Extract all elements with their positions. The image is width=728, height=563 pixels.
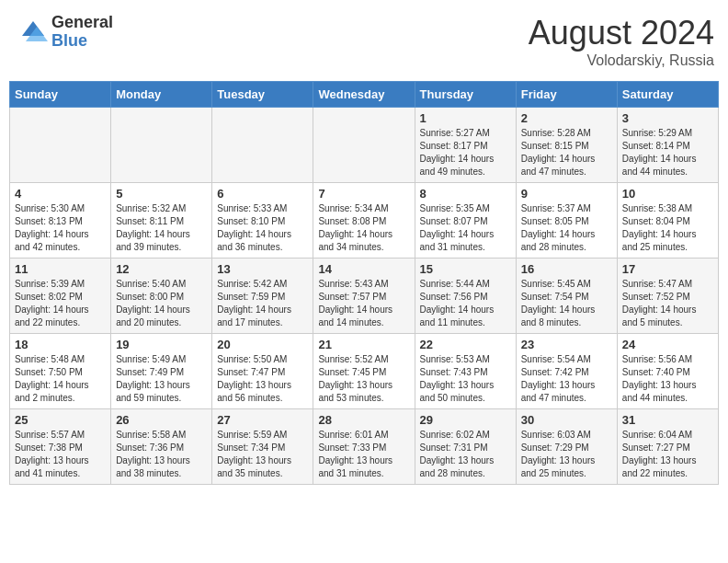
day-number: 7: [318, 187, 409, 201]
day-header-tuesday: Tuesday: [212, 82, 313, 108]
day-info: Sunrise: 5:58 AM Sunset: 7:36 PM Dayligh…: [116, 429, 207, 480]
day-info: Sunrise: 5:40 AM Sunset: 8:00 PM Dayligh…: [116, 278, 207, 329]
calendar-cell: 6Sunrise: 5:33 AM Sunset: 8:10 PM Daylig…: [212, 183, 313, 259]
day-number: 31: [622, 413, 713, 427]
day-number: 25: [15, 413, 106, 427]
calendar-cell: 22Sunrise: 5:53 AM Sunset: 7:43 PM Dayli…: [415, 334, 516, 409]
day-info: Sunrise: 5:34 AM Sunset: 8:08 PM Dayligh…: [318, 202, 409, 254]
day-info: Sunrise: 5:27 AM Sunset: 8:17 PM Dayligh…: [420, 127, 511, 178]
calendar-cell: 21Sunrise: 5:52 AM Sunset: 7:45 PM Dayli…: [313, 334, 415, 409]
day-number: 18: [15, 338, 106, 351]
calendar-cell: 27Sunrise: 5:59 AM Sunset: 7:34 PM Dayli…: [212, 409, 313, 485]
day-number: 12: [116, 262, 207, 276]
calendar-cell: [10, 108, 111, 183]
calendar-cell: 18Sunrise: 5:48 AM Sunset: 7:50 PM Dayli…: [10, 334, 111, 409]
calendar-cell: 13Sunrise: 5:42 AM Sunset: 7:59 PM Dayli…: [212, 259, 313, 334]
calendar-cell: 14Sunrise: 5:43 AM Sunset: 7:57 PM Dayli…: [313, 259, 415, 334]
calendar-cell: 4Sunrise: 5:30 AM Sunset: 8:13 PM Daylig…: [10, 183, 111, 259]
calendar-cell: 2Sunrise: 5:28 AM Sunset: 8:15 PM Daylig…: [516, 108, 617, 183]
calendar-cell: 28Sunrise: 6:01 AM Sunset: 7:33 PM Dayli…: [313, 409, 415, 485]
calendar-table: SundayMondayTuesdayWednesdayThursdayFrid…: [9, 81, 719, 485]
logo-general-text: General: [51, 14, 113, 32]
day-info: Sunrise: 5:37 AM Sunset: 8:05 PM Dayligh…: [521, 202, 612, 254]
day-info: Sunrise: 5:29 AM Sunset: 8:14 PM Dayligh…: [622, 127, 713, 178]
calendar-cell: 31Sunrise: 6:04 AM Sunset: 7:27 PM Dayli…: [617, 409, 718, 485]
calendar-cell: 25Sunrise: 5:57 AM Sunset: 7:38 PM Dayli…: [10, 409, 111, 485]
day-info: Sunrise: 5:49 AM Sunset: 7:49 PM Dayligh…: [116, 353, 207, 405]
calendar-cell: 17Sunrise: 5:47 AM Sunset: 7:52 PM Dayli…: [617, 259, 718, 334]
day-number: 6: [217, 187, 308, 201]
logo-icon: [18, 17, 48, 47]
calendar-cell: 11Sunrise: 5:39 AM Sunset: 8:02 PM Dayli…: [10, 259, 111, 334]
day-header-thursday: Thursday: [415, 82, 516, 108]
day-number: 16: [521, 262, 612, 276]
calendar-cell: [212, 108, 313, 183]
day-info: Sunrise: 5:28 AM Sunset: 8:15 PM Dayligh…: [521, 127, 612, 178]
day-number: 21: [318, 338, 409, 351]
day-number: 11: [15, 262, 106, 276]
calendar-cell: 19Sunrise: 5:49 AM Sunset: 7:49 PM Dayli…: [111, 334, 212, 409]
day-info: Sunrise: 6:04 AM Sunset: 7:27 PM Dayligh…: [622, 429, 713, 480]
day-number: 22: [420, 338, 511, 351]
calendar-cell: 16Sunrise: 5:45 AM Sunset: 7:54 PM Dayli…: [516, 259, 617, 334]
calendar-cell: 26Sunrise: 5:58 AM Sunset: 7:36 PM Dayli…: [111, 409, 212, 485]
location-subtitle: Volodarskiy, Russia: [529, 52, 714, 69]
calendar-cell: 15Sunrise: 5:44 AM Sunset: 7:56 PM Dayli…: [415, 259, 516, 334]
day-info: Sunrise: 5:47 AM Sunset: 7:52 PM Dayligh…: [622, 278, 713, 329]
day-number: 3: [622, 111, 713, 125]
logo: General Blue: [18, 14, 113, 51]
title-block: August 2024 Volodarskiy, Russia: [529, 14, 714, 69]
day-header-sunday: Sunday: [10, 82, 111, 108]
day-number: 13: [217, 262, 308, 276]
page-header: General Blue August 2024 Volodarskiy, Ru…: [9, 9, 719, 74]
day-info: Sunrise: 5:35 AM Sunset: 8:07 PM Dayligh…: [420, 202, 511, 254]
calendar-cell: [111, 108, 212, 183]
day-info: Sunrise: 5:30 AM Sunset: 8:13 PM Dayligh…: [15, 202, 106, 254]
calendar-cell: 30Sunrise: 6:03 AM Sunset: 7:29 PM Dayli…: [516, 409, 617, 485]
day-info: Sunrise: 5:50 AM Sunset: 7:47 PM Dayligh…: [217, 353, 308, 405]
calendar-cell: 1Sunrise: 5:27 AM Sunset: 8:17 PM Daylig…: [415, 108, 516, 183]
month-year-title: August 2024: [529, 14, 714, 52]
calendar-week-row: 1Sunrise: 5:27 AM Sunset: 8:17 PM Daylig…: [10, 108, 719, 183]
day-info: Sunrise: 5:33 AM Sunset: 8:10 PM Dayligh…: [217, 202, 308, 254]
day-info: Sunrise: 5:39 AM Sunset: 8:02 PM Dayligh…: [15, 278, 106, 329]
calendar-cell: 29Sunrise: 6:02 AM Sunset: 7:31 PM Dayli…: [415, 409, 516, 485]
day-info: Sunrise: 5:56 AM Sunset: 7:40 PM Dayligh…: [622, 353, 713, 405]
calendar-cell: 5Sunrise: 5:32 AM Sunset: 8:11 PM Daylig…: [111, 183, 212, 259]
day-number: 28: [318, 413, 409, 427]
calendar-cell: 7Sunrise: 5:34 AM Sunset: 8:08 PM Daylig…: [313, 183, 415, 259]
calendar-week-row: 25Sunrise: 5:57 AM Sunset: 7:38 PM Dayli…: [10, 409, 719, 485]
day-header-friday: Friday: [516, 82, 617, 108]
day-number: 19: [116, 338, 207, 351]
day-info: Sunrise: 5:53 AM Sunset: 7:43 PM Dayligh…: [420, 353, 511, 405]
day-header-monday: Monday: [111, 82, 212, 108]
day-header-saturday: Saturday: [617, 82, 718, 108]
calendar-cell: 12Sunrise: 5:40 AM Sunset: 8:00 PM Dayli…: [111, 259, 212, 334]
day-info: Sunrise: 5:57 AM Sunset: 7:38 PM Dayligh…: [15, 429, 106, 480]
day-number: 10: [622, 187, 713, 201]
day-number: 29: [420, 413, 511, 427]
day-number: 30: [521, 413, 612, 427]
day-number: 15: [420, 262, 511, 276]
calendar-week-row: 11Sunrise: 5:39 AM Sunset: 8:02 PM Dayli…: [10, 259, 719, 334]
calendar-cell: 8Sunrise: 5:35 AM Sunset: 8:07 PM Daylig…: [415, 183, 516, 259]
day-info: Sunrise: 6:03 AM Sunset: 7:29 PM Dayligh…: [521, 429, 612, 480]
day-info: Sunrise: 5:52 AM Sunset: 7:45 PM Dayligh…: [318, 353, 409, 405]
day-header-wednesday: Wednesday: [313, 82, 415, 108]
calendar-week-row: 18Sunrise: 5:48 AM Sunset: 7:50 PM Dayli…: [10, 334, 719, 409]
day-number: 8: [420, 187, 511, 201]
day-info: Sunrise: 5:48 AM Sunset: 7:50 PM Dayligh…: [15, 353, 106, 405]
day-number: 23: [521, 338, 612, 351]
calendar-cell: 3Sunrise: 5:29 AM Sunset: 8:14 PM Daylig…: [617, 108, 718, 183]
day-number: 5: [116, 187, 207, 201]
calendar-week-row: 4Sunrise: 5:30 AM Sunset: 8:13 PM Daylig…: [10, 183, 719, 259]
calendar-cell: 9Sunrise: 5:37 AM Sunset: 8:05 PM Daylig…: [516, 183, 617, 259]
day-number: 20: [217, 338, 308, 351]
day-number: 14: [318, 262, 409, 276]
calendar-cell: 10Sunrise: 5:38 AM Sunset: 8:04 PM Dayli…: [617, 183, 718, 259]
day-number: 1: [420, 111, 511, 125]
day-info: Sunrise: 5:44 AM Sunset: 7:56 PM Dayligh…: [420, 278, 511, 329]
calendar-cell: [313, 108, 415, 183]
calendar-cell: 24Sunrise: 5:56 AM Sunset: 7:40 PM Dayli…: [617, 334, 718, 409]
day-info: Sunrise: 5:45 AM Sunset: 7:54 PM Dayligh…: [521, 278, 612, 329]
